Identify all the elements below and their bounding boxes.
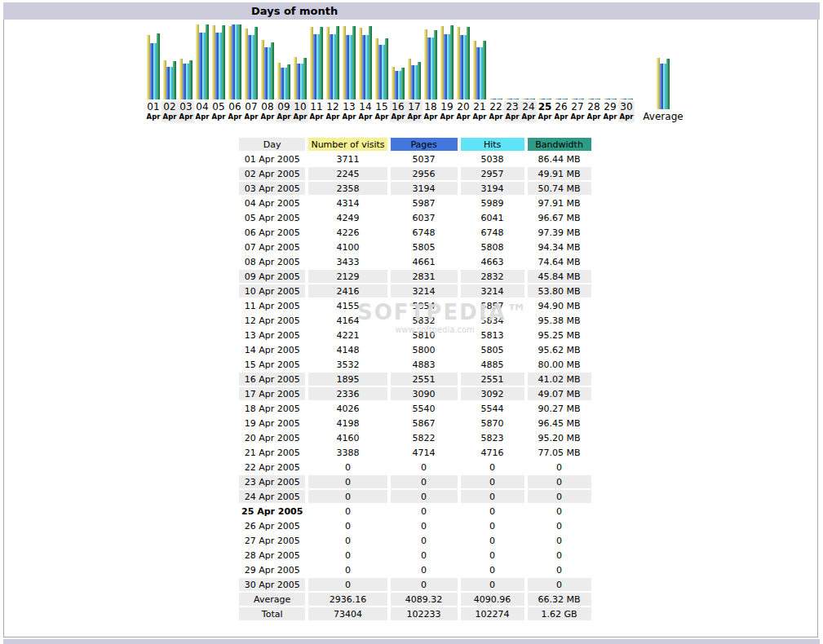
chart-day-slot-13: 13Apr bbox=[341, 24, 357, 122]
cell-hits: 0 bbox=[461, 549, 524, 562]
day-number: 09 bbox=[276, 102, 292, 112]
cell-bandwidth: 53.80 MB bbox=[528, 285, 591, 298]
cell-day: 03 Apr 2005 bbox=[239, 182, 305, 195]
day-number: 16 bbox=[390, 102, 406, 112]
cell-pages: 5854 bbox=[391, 299, 458, 312]
cell-hits: 102274 bbox=[461, 607, 524, 620]
cell-hits: 3214 bbox=[461, 285, 524, 298]
cell-hits: 5989 bbox=[461, 196, 524, 210]
cell-bandwidth: 94.90 MB bbox=[528, 299, 591, 312]
cell-day: 27 Apr 2005 bbox=[239, 534, 305, 547]
cell-hits: 3194 bbox=[461, 182, 524, 195]
month-label: Apr bbox=[520, 112, 537, 121]
table-body: 01 Apr 200537115037503886.44 MB02 Apr 20… bbox=[239, 152, 591, 620]
table-row-14-apr-2005: 14 Apr 200541485800580595.62 MB bbox=[239, 343, 591, 356]
cell-pages: 0 bbox=[391, 549, 458, 562]
day-label-30: 30Apr bbox=[618, 101, 635, 122]
day-number: 25 bbox=[537, 102, 553, 112]
cell-hits: 0 bbox=[461, 563, 524, 576]
cell-pages: 0 bbox=[391, 534, 458, 547]
day-number: 05 bbox=[210, 102, 227, 112]
bar-bandwidth-25 bbox=[548, 99, 551, 99]
day-number: 30 bbox=[618, 102, 635, 112]
month-label: Apr bbox=[210, 112, 227, 121]
day-number: 13 bbox=[341, 102, 357, 112]
cell-day: 17 Apr 2005 bbox=[239, 387, 305, 400]
cell-day: 05 Apr 2005 bbox=[239, 211, 305, 224]
month-label: Apr bbox=[259, 112, 276, 121]
cell-bandwidth: 66.32 MB bbox=[528, 593, 591, 606]
bar-group-28 bbox=[586, 24, 602, 99]
chart-day-slot-17: 17Apr bbox=[406, 24, 423, 122]
cell-day: 08 Apr 2005 bbox=[239, 255, 305, 268]
bar-group-24 bbox=[520, 24, 537, 99]
month-label: Apr bbox=[308, 112, 325, 121]
cell-visits: 2336 bbox=[308, 387, 387, 400]
cell-hits: 5870 bbox=[461, 417, 524, 430]
cell-pages: 5810 bbox=[391, 329, 458, 342]
bar-group-11 bbox=[308, 24, 325, 99]
month-label: Apr bbox=[178, 112, 194, 121]
day-number: 19 bbox=[439, 102, 455, 112]
bar-bandwidth-28 bbox=[597, 99, 600, 99]
day-label-15: 15Apr bbox=[374, 101, 390, 122]
cell-day: 15 Apr 2005 bbox=[239, 358, 305, 371]
day-number: 02 bbox=[162, 102, 178, 112]
day-label-24: 24Apr bbox=[520, 101, 537, 122]
cell-pages: 2551 bbox=[391, 373, 458, 386]
chart-day-slot-24: 24Apr bbox=[520, 24, 537, 122]
month-label: Apr bbox=[162, 112, 178, 121]
day-label-27: 27Apr bbox=[569, 101, 586, 122]
cell-hits: 3092 bbox=[461, 387, 524, 400]
cell-bandwidth: 50.74 MB bbox=[528, 182, 591, 195]
cell-pages: 0 bbox=[391, 461, 458, 474]
chart-day-slot-27: 27Apr bbox=[569, 24, 586, 122]
cell-pages: 5037 bbox=[391, 152, 458, 165]
cell-visits: 73404 bbox=[308, 607, 387, 620]
bar-bandwidth-29 bbox=[613, 99, 617, 99]
table-row-27-apr-2005: 27 Apr 20050000 bbox=[239, 534, 591, 547]
cell-day: 13 Apr 2005 bbox=[239, 329, 305, 342]
cell-visits: 4198 bbox=[308, 417, 387, 430]
day-number: 23 bbox=[504, 102, 520, 112]
cell-pages: 0 bbox=[391, 519, 458, 532]
cell-pages: 0 bbox=[391, 578, 458, 591]
bar-bandwidth-27 bbox=[581, 99, 584, 99]
bar-bandwidth-13 bbox=[352, 26, 356, 99]
bar-bandwidth-21 bbox=[483, 41, 486, 99]
month-label: Apr bbox=[276, 112, 292, 121]
cell-bandwidth: 0 bbox=[528, 519, 591, 532]
next-section-band bbox=[3, 639, 820, 644]
month-label: Apr bbox=[374, 112, 390, 121]
bar-bandwidth-10 bbox=[303, 58, 307, 99]
bar-group-22 bbox=[488, 24, 504, 99]
cell-pages: 0 bbox=[391, 475, 458, 488]
bar-bandwidth-12 bbox=[336, 26, 339, 99]
day-label-10: 10Apr bbox=[292, 101, 308, 122]
cell-visits: 0 bbox=[308, 519, 387, 532]
day-label-01: 01Apr bbox=[145, 101, 162, 122]
chart-day-slot-04: 04Apr bbox=[194, 24, 210, 122]
cell-hits: 0 bbox=[461, 461, 524, 474]
cell-hits: 0 bbox=[461, 490, 524, 503]
cell-day: 06 Apr 2005 bbox=[239, 226, 305, 239]
bar-group-08 bbox=[259, 24, 276, 99]
cell-bandwidth: 1.62 GB bbox=[528, 607, 591, 620]
cell-bandwidth: 94.34 MB bbox=[528, 240, 591, 254]
bar-bandwidth-24 bbox=[532, 99, 535, 99]
day-label-16: 16Apr bbox=[390, 101, 406, 122]
cell-bandwidth: 45.84 MB bbox=[528, 270, 591, 283]
day-label-29: 29Apr bbox=[602, 101, 618, 122]
cell-bandwidth: 0 bbox=[528, 490, 591, 503]
day-label-04: 04Apr bbox=[194, 101, 210, 122]
cell-bandwidth: 90.27 MB bbox=[528, 402, 591, 415]
cell-day: 11 Apr 2005 bbox=[239, 299, 305, 312]
bar-group-01 bbox=[145, 24, 162, 99]
table-row-02-apr-2005: 02 Apr 200522452956295749.91 MB bbox=[239, 167, 591, 180]
table-row-total: Total734041022331022741.62 GB bbox=[239, 607, 591, 620]
month-label: Apr bbox=[537, 112, 553, 121]
cell-hits: 5857 bbox=[461, 299, 524, 312]
cell-hits: 5805 bbox=[461, 343, 524, 356]
cell-hits: 0 bbox=[461, 505, 524, 518]
cell-day: 24 Apr 2005 bbox=[239, 490, 305, 503]
